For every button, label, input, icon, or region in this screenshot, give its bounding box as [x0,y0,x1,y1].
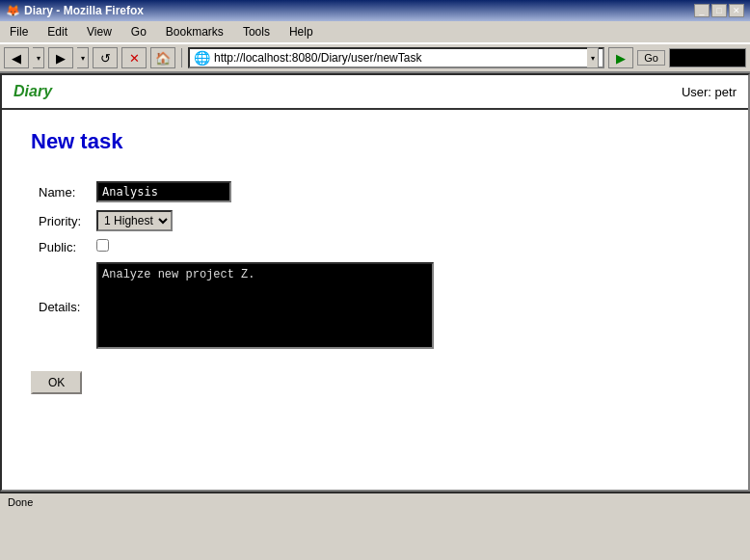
priority-row: Priority: 1 Highest 2 High 3 Normal 4 Lo… [31,206,442,235]
menu-edit[interactable]: Edit [41,23,73,40]
name-label: Name: [31,177,89,206]
status-text: Done [8,496,33,508]
details-textarea[interactable]: Analyze new project Z. [96,262,434,349]
page-heading: New task [31,129,719,154]
minimize-button[interactable]: _ [694,4,710,17]
toolbar: ◀ ▾ ▶ ▾ ↺ ✕ 🏠 🌐 ▾ ▶ Go [0,43,750,73]
status-bar: Done [0,492,750,511]
form-table: Name: Priority: 1 Highest 2 High 3 Norma… [31,177,442,356]
address-bar: 🌐 ▾ [188,47,604,68]
user-info: User: petr [682,85,737,99]
priority-cell: 1 Highest 2 High 3 Normal 4 Low 5 Lowest [89,206,442,235]
stop-button[interactable]: ✕ [121,47,147,68]
app-header: Diary User: petr [2,75,748,110]
menu-file[interactable]: File [4,23,34,40]
public-cell [89,235,442,258]
name-input[interactable] [96,181,231,202]
public-checkbox[interactable] [96,239,109,252]
title-bar: 🦊 Diary - Mozilla Firefox _ □ ✕ [0,0,750,21]
name-row: Name: [31,177,442,206]
name-cell [89,177,442,206]
close-button[interactable]: ✕ [729,4,744,17]
ok-button[interactable]: OK [31,371,82,394]
separator-1 [181,48,182,67]
page-wrapper: Diary User: petr New task Name: Priority… [0,73,750,492]
menu-bar: File Edit View Go Bookmarks Tools Help [0,21,750,43]
browser-content: Diary User: petr New task Name: Priority… [2,75,748,490]
back-dropdown[interactable]: ▾ [33,47,44,68]
forward-dropdown[interactable]: ▾ [77,47,89,68]
ok-button-container: OK [31,356,719,394]
priority-label: Priority: [31,206,89,235]
app-title: Diary [13,83,52,100]
details-cell: Analyze new project Z. [89,258,442,356]
details-row: Details: Analyze new project Z. [31,258,442,356]
maximize-button[interactable]: □ [711,4,727,17]
details-label: Details: [31,258,89,356]
go-button[interactable]: Go [637,50,665,66]
public-label: Public: [31,235,89,258]
google-search-box[interactable] [669,48,746,67]
url-input[interactable] [214,51,583,65]
public-row: Public: [31,235,442,258]
forward-button[interactable]: ▶ [48,47,73,68]
content-area: New task Name: Priority: 1 Highest 2 Hig… [2,110,748,413]
priority-select[interactable]: 1 Highest 2 High 3 Normal 4 Low 5 Lowest [96,210,173,231]
home-button[interactable]: 🏠 [150,47,175,68]
menu-bookmarks[interactable]: Bookmarks [160,23,229,40]
menu-tools[interactable]: Tools [237,23,276,40]
page-icon: 🌐 [194,50,210,66]
menu-go[interactable]: Go [125,23,152,40]
url-dropdown[interactable]: ▾ [587,47,599,68]
browser-icon: 🦊 [6,4,20,17]
menu-view[interactable]: View [81,23,118,40]
title-bar-controls: _ □ ✕ [694,4,744,17]
play-button[interactable]: ▶ [608,47,633,68]
menu-help[interactable]: Help [283,23,319,40]
reload-button[interactable]: ↺ [93,47,118,68]
title-bar-text: 🦊 Diary - Mozilla Firefox [6,4,144,17]
back-button[interactable]: ◀ [4,47,29,68]
